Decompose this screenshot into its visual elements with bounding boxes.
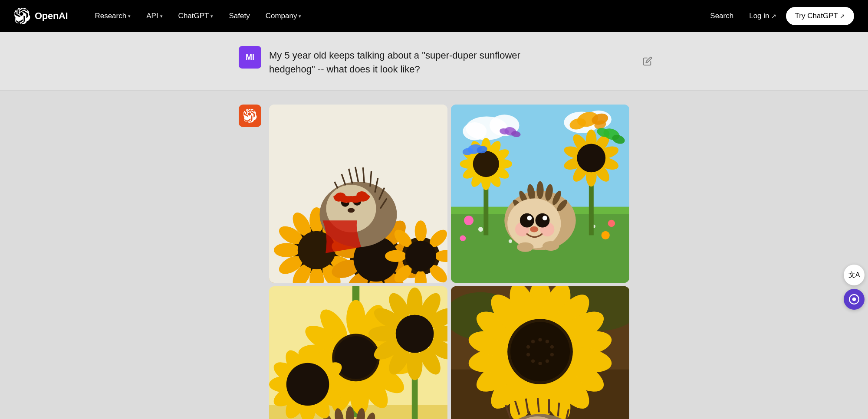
edit-button[interactable]	[640, 53, 655, 69]
svg-point-122	[536, 213, 550, 227]
svg-line-223	[558, 403, 559, 416]
svg-point-232	[852, 298, 856, 301]
svg-point-112	[536, 181, 543, 199]
image-3[interactable]	[269, 286, 447, 419]
svg-point-215	[526, 345, 530, 348]
svg-point-84	[473, 151, 499, 177]
ai-images-grid	[269, 105, 629, 419]
svg-point-68	[478, 227, 483, 232]
svg-point-216	[531, 340, 535, 343]
svg-point-207	[538, 338, 542, 341]
image-1[interactable]	[269, 105, 447, 283]
svg-point-211	[546, 359, 549, 363]
ai-response-inner	[239, 105, 629, 419]
chevron-down-icon: ▾	[299, 13, 301, 19]
svg-point-123	[527, 216, 532, 220]
search-button[interactable]: Search	[704, 8, 740, 24]
svg-point-66	[602, 231, 610, 239]
main-content: MI My 5 year old keeps talking about a "…	[0, 32, 868, 419]
svg-point-121	[520, 213, 534, 227]
nav-research[interactable]: Research ▾	[89, 8, 137, 24]
logo-text: OpenAI	[35, 10, 68, 22]
chevron-down-icon: ▾	[210, 13, 213, 19]
ai-response-section	[0, 91, 868, 419]
svg-point-59	[463, 122, 487, 140]
arrow-icon: ↗	[840, 13, 845, 20]
svg-point-124	[542, 216, 547, 220]
svg-point-64	[464, 216, 473, 225]
user-message-inner: MI My 5 year old keeps talking about a "…	[239, 46, 629, 76]
nav-company[interactable]: Company ▾	[260, 8, 308, 24]
chevron-down-icon: ▾	[128, 13, 131, 19]
circle-button[interactable]	[844, 289, 865, 310]
logo[interactable]: OpenAI	[14, 8, 68, 24]
svg-point-12	[274, 243, 300, 257]
svg-point-161	[396, 315, 434, 353]
svg-point-125	[530, 226, 538, 232]
login-button[interactable]: Log in ↗	[743, 8, 782, 24]
svg-point-182	[286, 363, 329, 406]
navigation: OpenAI Research ▾ API ▾ ChatGPT ▾ Safety…	[0, 0, 868, 32]
svg-point-70	[509, 239, 512, 243]
svg-line-221	[538, 398, 539, 412]
svg-point-210	[550, 353, 554, 356]
svg-point-206	[510, 322, 570, 381]
svg-point-35	[385, 250, 406, 262]
svg-point-147	[335, 336, 378, 379]
nav-links: Research ▾ API ▾ ChatGPT ▾ Safety Compan…	[89, 8, 704, 24]
svg-point-213	[531, 359, 535, 363]
svg-point-54	[335, 193, 346, 201]
svg-point-67	[460, 235, 466, 241]
svg-point-29	[415, 220, 427, 242]
svg-point-208	[546, 340, 549, 343]
nav-api[interactable]: API ▾	[140, 8, 168, 24]
svg-point-127	[542, 241, 559, 251]
arrow-icon: ↗	[771, 13, 776, 20]
user-message-section: MI My 5 year old keeps talking about a "…	[0, 32, 868, 91]
nav-right: Search Log in ↗ Try ChatGPT ↗	[704, 7, 854, 25]
svg-point-55	[356, 191, 367, 200]
image-4[interactable]	[451, 286, 629, 419]
svg-point-53	[348, 208, 355, 213]
svg-point-118	[507, 198, 561, 248]
svg-point-214	[526, 353, 530, 356]
ai-avatar	[239, 105, 261, 127]
try-chatgpt-button[interactable]: Try ChatGPT ↗	[786, 7, 855, 25]
svg-point-65	[608, 220, 615, 227]
image-2[interactable]	[451, 105, 629, 283]
svg-point-37	[405, 241, 436, 272]
nav-safety[interactable]: Safety	[223, 8, 256, 24]
user-message-text: My 5 year old keeps talking about a "sup…	[269, 46, 629, 76]
chevron-down-icon: ▾	[160, 13, 163, 19]
svg-point-209	[550, 345, 554, 348]
user-avatar: MI	[239, 46, 261, 69]
translate-button[interactable]: 文A	[844, 265, 865, 285]
nav-chatgpt[interactable]: ChatGPT ▾	[172, 8, 220, 24]
svg-point-212	[538, 362, 542, 365]
svg-point-96	[577, 144, 605, 172]
svg-point-126	[517, 242, 533, 252]
